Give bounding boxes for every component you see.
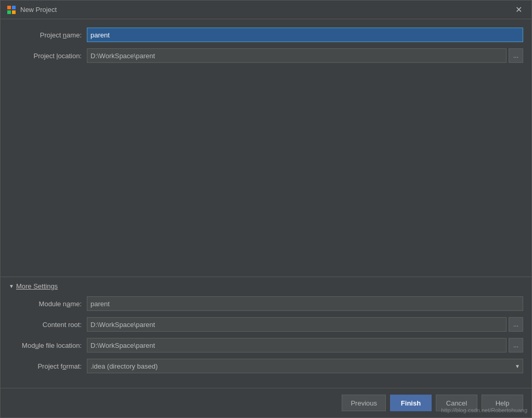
more-settings-header[interactable]: ▼ More Settings xyxy=(9,282,523,290)
project-format-select[interactable]: .idea (directory based) .ipr (file based… xyxy=(87,359,523,373)
more-settings-label: More Settings xyxy=(16,282,58,290)
project-location-row: Project location: ... xyxy=(9,48,523,63)
help-button[interactable]: Help xyxy=(482,395,523,411)
new-project-dialog: New Project ✕ Project name: Project loca… xyxy=(0,0,532,418)
content-root-input-wrap: ... xyxy=(87,317,523,332)
svg-rect-0 xyxy=(7,6,11,9)
content-root-row: Content root: ... xyxy=(9,317,523,332)
project-name-row: Project name: xyxy=(9,28,523,42)
module-name-label: Module name: xyxy=(9,300,87,308)
project-name-label: Project name: xyxy=(9,31,87,39)
more-settings-section: ▼ More Settings Module name: Content roo… xyxy=(1,277,531,388)
project-format-row: Project format: .idea (directory based) … xyxy=(9,359,523,373)
title-bar: New Project ✕ xyxy=(1,1,531,19)
project-format-select-container: .idea (directory based) .ipr (file based… xyxy=(87,359,523,373)
content-root-browse-button[interactable]: ... xyxy=(509,317,523,332)
module-name-row: Module name: xyxy=(9,296,523,311)
svg-rect-1 xyxy=(12,6,16,9)
module-name-input[interactable] xyxy=(87,296,523,311)
module-file-location-browse-button[interactable]: ... xyxy=(509,338,523,352)
project-format-label: Project format: xyxy=(9,362,87,370)
content-area: Project name: Project location: ... xyxy=(1,19,531,277)
svg-rect-2 xyxy=(7,10,11,14)
module-name-input-wrap xyxy=(87,296,523,311)
project-location-browse-button[interactable]: ... xyxy=(509,48,523,63)
dialog-title: New Project xyxy=(20,6,57,14)
project-name-input-wrap xyxy=(87,28,523,42)
project-name-input[interactable] xyxy=(87,28,523,42)
previous-button[interactable]: Previous xyxy=(342,395,386,411)
close-button[interactable]: ✕ xyxy=(512,5,525,15)
svg-rect-3 xyxy=(12,10,16,14)
project-format-input-wrap: .idea (directory based) .ipr (file based… xyxy=(87,359,523,373)
footer: Previous Finish Cancel Help xyxy=(1,388,531,417)
project-location-input-wrap: ... xyxy=(87,48,523,63)
finish-button[interactable]: Finish xyxy=(390,395,432,411)
cancel-button[interactable]: Cancel xyxy=(436,395,477,411)
content-root-input[interactable] xyxy=(87,317,507,332)
project-location-label: Project location: xyxy=(9,52,87,60)
project-location-input[interactable] xyxy=(87,48,507,63)
module-file-location-label: Module file location: xyxy=(9,342,87,349)
more-settings-arrow: ▼ xyxy=(9,283,14,289)
more-settings-rows: Module name: Content root: ... M xyxy=(9,296,523,373)
module-file-location-input-wrap: ... xyxy=(87,338,523,352)
app-icon xyxy=(7,5,16,15)
title-left: New Project xyxy=(7,5,57,15)
module-file-location-input[interactable] xyxy=(87,338,507,352)
module-file-location-row: Module file location: ... xyxy=(9,338,523,352)
content-root-label: Content root: xyxy=(9,321,87,329)
